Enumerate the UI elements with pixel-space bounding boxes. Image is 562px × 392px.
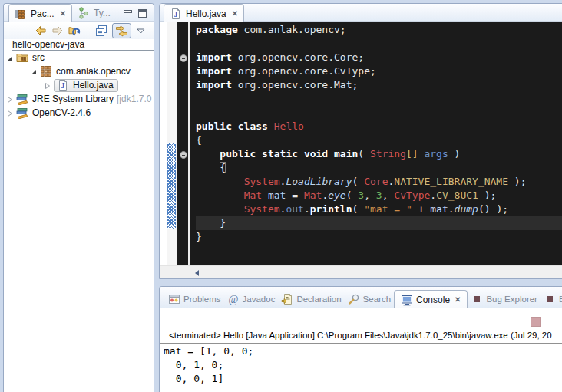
code-token: 3 [358, 189, 364, 201]
code-token: eye [328, 189, 345, 201]
code-token: , [382, 189, 395, 201]
tab-javadoc[interactable]: @Javadoc [224, 291, 279, 308]
code-token [196, 203, 244, 215]
code-line-3[interactable]: import org.opencv.core.Core; [196, 51, 562, 64]
tree-item-label: Hello.java [69, 80, 114, 91]
code-token: package [196, 24, 238, 35]
maximize-icon[interactable] [138, 7, 147, 21]
tree-item-opencv-2-4-6[interactable]: OpenCV-2.4.6 [4, 106, 154, 120]
tab-problems[interactable]: Problems [165, 291, 224, 308]
code-token: , [364, 189, 376, 201]
code-line-15[interactable]: } [196, 216, 562, 230]
code-token: LoadLibrary [286, 176, 352, 187]
code-line-8[interactable]: public class Hello [196, 120, 562, 133]
code-pane[interactable]: package com.anlak.opencv;import org.open… [191, 23, 562, 244]
code-token: mat [268, 189, 286, 201]
console-view: Problems@JavadocDeclarationSearchConsole… [159, 286, 562, 392]
fold-collapse-icon[interactable] [180, 151, 187, 159]
forward-button[interactable] [51, 23, 64, 38]
code-token: NATIVE_LIBRARY_NAME [394, 176, 508, 187]
code-token: [] [406, 148, 418, 160]
collapse-all-button[interactable] [95, 23, 107, 38]
tab-type-hierarchy[interactable]: Ty... [72, 5, 116, 21]
code-token: out [286, 203, 303, 215]
expanded-arrow-icon[interactable] [30, 68, 38, 75]
code-token [268, 120, 274, 132]
view-window-buttons [124, 4, 154, 21]
code-token: args [424, 148, 448, 160]
tree-item-label: src [28, 52, 45, 63]
up-button[interactable] [68, 23, 81, 38]
code-line-12[interactable]: System.LoadLibrary( Core.NATIVE_LIBRARY_… [196, 175, 562, 189]
tree-item-src[interactable]: src [4, 51, 154, 64]
tree-item-jre-system-library[interactable]: JRE System Library[jdk1.7.0_25] [4, 92, 154, 106]
code-line-13[interactable]: Mat mat = Mat.eye( 3, 3, CvType.CV_8UC1 … [196, 189, 562, 203]
collapsed-arrow-icon[interactable] [6, 95, 14, 103]
package-folder-icon [16, 51, 28, 64]
code-line-14[interactable]: System.out.println( "mat = " + mat.dump(… [196, 203, 562, 216]
tab-search[interactable]: Search [345, 291, 394, 308]
code-token: ); [508, 176, 526, 187]
close-icon[interactable]: ✕ [58, 9, 66, 18]
code-token: System [244, 176, 280, 187]
close-icon[interactable]: ✕ [453, 295, 461, 304]
code-line-11[interactable]: { [196, 161, 562, 175]
annotation-ruler[interactable] [167, 22, 177, 265]
tab-console[interactable]: Console✕ [394, 290, 468, 308]
terminate-icon[interactable] [531, 317, 541, 327]
tab-package-explorer[interactable]: Pac... ✕ [8, 4, 72, 22]
scroll-left-arrow-icon[interactable] [195, 270, 199, 276]
tree-item-hello-java[interactable]: JHello.java [4, 78, 154, 92]
code-token: System [244, 203, 280, 215]
code-line-5[interactable]: import org.opencv.core.Mat; [196, 78, 562, 92]
tree-item-label: com.anlak.opencv [52, 66, 131, 77]
code-line-7[interactable] [196, 106, 562, 120]
minimize-icon[interactable] [124, 7, 132, 21]
code-token: ); [478, 189, 496, 201]
package-explorer-tree: srccom.anlak.opencvJHello.javaJRE System… [4, 51, 154, 120]
collapsed-arrow-icon[interactable] [6, 109, 14, 117]
code-token: } [196, 231, 202, 242]
tab-declaration[interactable]: Declaration [278, 291, 344, 308]
code-token: Core [364, 176, 388, 187]
javadoc-icon: @ [227, 293, 240, 305]
console-process-title: <terminated> Hello [Java Application] C:… [160, 308, 562, 343]
folding-gutter[interactable] [177, 22, 190, 265]
code-token: mat [430, 203, 448, 215]
code-token: Hello [274, 120, 304, 132]
code-line-1[interactable]: package com.anlak.opencv; [196, 23, 562, 37]
code-line-2[interactable] [196, 37, 562, 51]
tab-bug-explorer[interactable]: Bug Explorer [468, 291, 540, 308]
code-token: org.opencv.core.CvType; [232, 65, 376, 77]
selected-item-box[interactable]: JHello.java [54, 79, 118, 92]
code-line-10[interactable]: public static void main( String[] args ) [196, 147, 562, 161]
code-line-16[interactable]: } [196, 230, 562, 244]
tab-label: Console [416, 295, 450, 305]
tab-hello-java[interactable]: J Hello.java ✕ [164, 4, 244, 22]
code-token: import [196, 51, 232, 63]
tree-item-label: JRE System Library [28, 94, 114, 104]
back-button[interactable] [35, 23, 47, 38]
view-menu-button[interactable] [136, 23, 146, 38]
code-token [196, 148, 220, 160]
code-area[interactable]: package com.anlak.opencv;import org.open… [177, 22, 562, 265]
project-label[interactable]: hello-opencv-java [4, 39, 154, 49]
code-line-4[interactable]: import org.opencv.core.CvType; [196, 64, 562, 78]
collapsed-arrow-icon[interactable] [44, 81, 51, 89]
tab-label: Bug [559, 295, 562, 304]
toolbar-separator [88, 25, 88, 37]
code-token: . [448, 203, 455, 215]
tree-item-com-anlak-opencv[interactable]: com.anlak.opencv [4, 64, 154, 78]
console-output[interactable]: mat = [1, 0, 0; 0, 1, 0; 0, 0, 1] [160, 344, 562, 386]
editor-horizontal-scrollbar[interactable] [160, 265, 562, 278]
expanded-arrow-icon[interactable] [6, 54, 14, 61]
code-line-9[interactable]: { [196, 133, 562, 147]
code-line-6[interactable] [196, 92, 562, 106]
tab-label: Problems [183, 295, 221, 304]
close-icon[interactable]: ✕ [230, 9, 238, 18]
link-with-editor-button[interactable] [112, 23, 131, 38]
code-token: } [196, 217, 226, 229]
code-token: String [370, 148, 406, 160]
fold-collapse-icon[interactable] [180, 54, 187, 62]
tab-bug[interactable]: Bug [541, 291, 562, 308]
